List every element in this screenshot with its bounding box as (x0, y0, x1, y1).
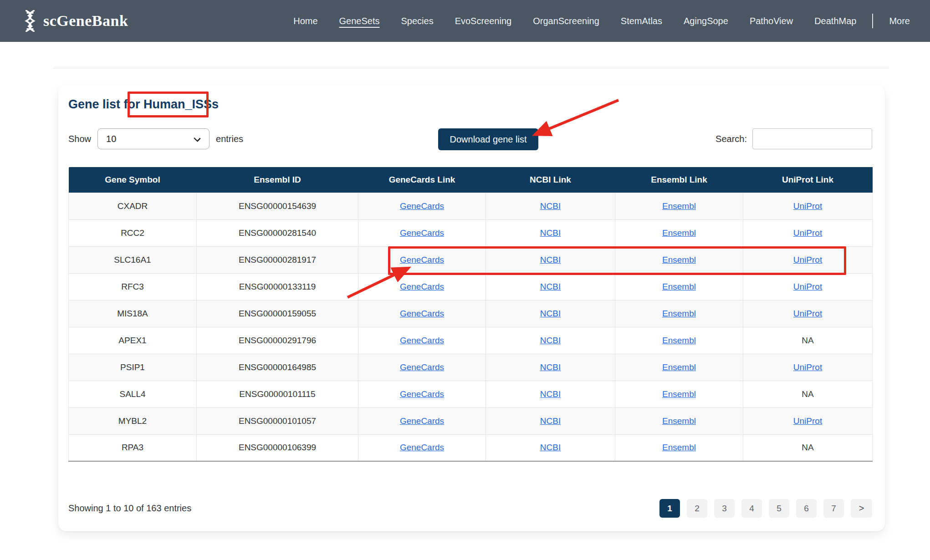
page-size-value: 10 (106, 134, 116, 144)
ensembl-link[interactable]: Ensembl (662, 389, 696, 399)
genecards-link[interactable]: GeneCards (400, 362, 444, 372)
ensembl-id-cell: ENSG00000281540 (197, 219, 358, 246)
genecards-cell: GeneCards (358, 407, 486, 434)
uniprot-link[interactable]: UniProt (793, 282, 822, 291)
genecards-link[interactable]: GeneCards (400, 255, 444, 265)
nav-item-agingsope[interactable]: AgingSope (684, 16, 728, 26)
ensembl-link[interactable]: Ensembl (662, 362, 696, 372)
ncbi-link[interactable]: NCBI (540, 336, 561, 345)
uniprot-cell: UniProt (743, 354, 873, 381)
ncbi-link[interactable]: NCBI (540, 201, 561, 211)
column-header: Ensembl ID (197, 167, 358, 193)
nav-item-more[interactable]: More (889, 16, 910, 26)
table-row: PSIP1ENSG00000164985GeneCardsNCBIEnsembl… (69, 354, 873, 381)
genecards-cell: GeneCards (358, 354, 486, 381)
ncbi-link[interactable]: NCBI (540, 443, 561, 452)
ensembl-id-cell: ENSG00000133119 (197, 273, 358, 300)
header-divider-line (53, 68, 889, 68)
brand-logo[interactable]: scGeneBank (21, 10, 128, 32)
ncbi-link[interactable]: NCBI (540, 309, 561, 318)
genecards-link[interactable]: GeneCards (400, 416, 444, 426)
ncbi-cell: NCBI (486, 327, 615, 354)
ncbi-link[interactable]: NCBI (540, 389, 561, 399)
table-row: CXADRENSG00000154639GeneCardsNCBIEnsembl… (69, 193, 873, 219)
ncbi-link[interactable]: NCBI (540, 416, 561, 426)
ncbi-cell: NCBI (486, 273, 615, 300)
page-button-1[interactable]: 1 (659, 499, 680, 518)
ensembl-link[interactable]: Ensembl (662, 309, 696, 318)
uniprot-cell: NA (743, 381, 873, 407)
ncbi-link[interactable]: NCBI (540, 228, 561, 238)
chevron-down-icon (194, 135, 201, 142)
table-row: SALL4ENSG00000101115GeneCardsNCBIEnsembl… (69, 381, 873, 407)
ncbi-link[interactable]: NCBI (540, 255, 561, 265)
nav-item-stematlas[interactable]: StemAtlas (621, 16, 662, 26)
ensembl-id-cell: ENSG00000106399 (197, 434, 358, 461)
genecards-link[interactable]: GeneCards (400, 443, 444, 452)
uniprot-cell: UniProt (743, 273, 873, 300)
ensembl-id-cell: ENSG00000291796 (197, 327, 358, 354)
ensembl-link[interactable]: Ensembl (662, 336, 696, 345)
genecards-link[interactable]: GeneCards (400, 282, 444, 291)
uniprot-cell: NA (743, 434, 873, 461)
nav-item-organscreening[interactable]: OrganScreening (533, 16, 599, 26)
ncbi-cell: NCBI (486, 219, 615, 246)
page-button-3[interactable]: 3 (714, 499, 735, 518)
nav-item-species[interactable]: Species (401, 16, 434, 26)
page-button-2[interactable]: 2 (687, 499, 707, 518)
nav-item-evoscreening[interactable]: EvoScreening (455, 16, 512, 26)
download-gene-list-button[interactable]: Download gene list (438, 128, 538, 150)
next-page-button[interactable]: > (851, 499, 872, 518)
nav-item-pathoview[interactable]: PathoView (750, 16, 793, 26)
uniprot-link[interactable]: UniProt (793, 201, 822, 211)
ensembl-link[interactable]: Ensembl (662, 282, 696, 291)
ncbi-link[interactable]: NCBI (540, 362, 561, 372)
column-header: GeneCards Link (358, 167, 486, 193)
page-button-5[interactable]: 5 (769, 499, 789, 518)
ensembl-id-cell: ENSG00000281917 (197, 246, 358, 273)
search-input[interactable] (752, 128, 872, 149)
ncbi-cell: NCBI (486, 354, 615, 381)
nav-item-home[interactable]: Home (293, 16, 317, 26)
uniprot-link[interactable]: UniProt (793, 255, 822, 265)
nav-item-deathmap[interactable]: DeathMap (814, 16, 856, 26)
uniprot-cell: UniProt (743, 193, 873, 219)
page-button-7[interactable]: 7 (823, 499, 844, 518)
genecards-link[interactable]: GeneCards (400, 228, 444, 238)
ensembl-link[interactable]: Ensembl (662, 228, 696, 238)
page-size-control: Show 10 entries (68, 128, 243, 149)
genecards-link[interactable]: GeneCards (400, 389, 444, 399)
ensembl-link[interactable]: Ensembl (662, 201, 696, 211)
uniprot-cell: UniProt (743, 246, 873, 273)
page-title-geneset-name: Human_ISSs (143, 97, 219, 111)
page-size-select[interactable]: 10 (97, 128, 210, 149)
uniprot-link[interactable]: UniProt (793, 362, 822, 372)
gene-symbol-cell: MIS18A (69, 300, 197, 327)
genecards-cell: GeneCards (358, 434, 486, 461)
genecards-cell: GeneCards (358, 246, 486, 273)
table-body: CXADRENSG00000154639GeneCardsNCBIEnsembl… (69, 193, 873, 461)
ensembl-id-cell: ENSG00000159055 (197, 300, 358, 327)
uniprot-link[interactable]: UniProt (793, 416, 822, 426)
page-button-4[interactable]: 4 (741, 499, 762, 518)
ensembl-link[interactable]: Ensembl (662, 443, 696, 452)
genecards-link[interactable]: GeneCards (400, 309, 444, 318)
ncbi-cell: NCBI (486, 193, 615, 219)
uniprot-cell: UniProt (743, 219, 873, 246)
search-control: Search: (715, 128, 872, 149)
ensembl-cell: Ensembl (615, 219, 743, 246)
ncbi-link[interactable]: NCBI (540, 282, 561, 291)
nav-item-genesets[interactable]: GeneSets (339, 16, 380, 26)
ensembl-link[interactable]: Ensembl (662, 416, 696, 426)
page-button-6[interactable]: 6 (796, 499, 817, 518)
gene-symbol-cell: CXADR (69, 193, 197, 219)
genecards-link[interactable]: GeneCards (400, 336, 444, 345)
uniprot-link[interactable]: UniProt (793, 228, 822, 238)
main-nav: HomeGeneSetsSpeciesEvoScreeningOrganScre… (293, 14, 910, 28)
gene-symbol-cell: SLC16A1 (69, 246, 197, 273)
uniprot-link[interactable]: UniProt (793, 309, 822, 318)
table-row: RCC2ENSG00000281540GeneCardsNCBIEnsemblU… (69, 219, 873, 246)
genecards-link[interactable]: GeneCards (400, 201, 444, 211)
ensembl-link[interactable]: Ensembl (662, 255, 696, 265)
uniprot-cell: NA (743, 327, 873, 354)
